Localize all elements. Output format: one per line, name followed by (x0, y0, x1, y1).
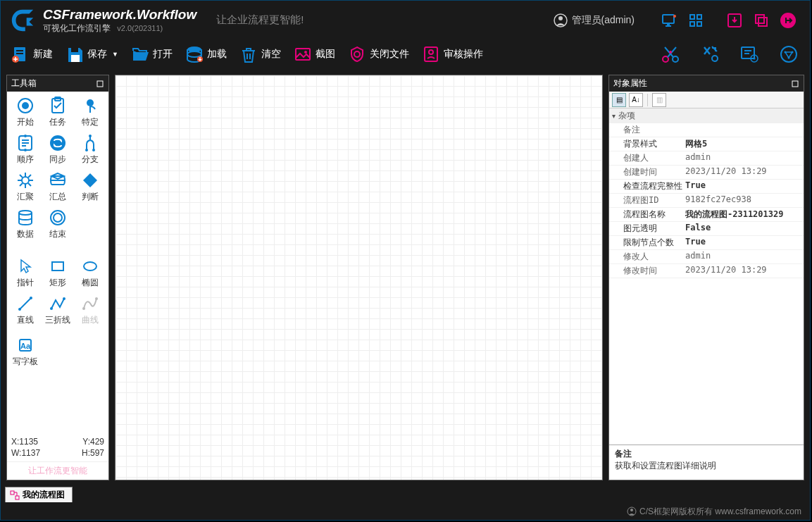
svg-point-61 (95, 297, 98, 300)
svg-point-27 (673, 56, 678, 62)
svg-point-57 (30, 297, 32, 299)
tool-settings-button[interactable] (699, 44, 720, 65)
close-file-button[interactable]: 关闭文件 (348, 45, 409, 63)
screenshot-button[interactable]: 截图 (294, 45, 335, 63)
screenshot-icon (294, 45, 312, 63)
svg-rect-2 (663, 15, 674, 23)
tool-icon (81, 97, 99, 115)
document-tabs: 我的流程图 (1, 486, 810, 503)
categorize-button[interactable]: ▤ (612, 93, 626, 107)
tool-icon (81, 134, 99, 152)
tool-分支[interactable]: 分支 (75, 132, 106, 168)
svg-point-44 (24, 135, 27, 137)
workflow-canvas[interactable] (115, 75, 603, 480)
svg-point-58 (50, 307, 53, 310)
load-icon (185, 45, 204, 63)
load-button[interactable]: 加载 (185, 45, 227, 63)
property-row[interactable]: 流程图名称我的流程图-2311201329 (609, 208, 804, 222)
category-header[interactable]: ▾杂项 (609, 108, 804, 123)
svg-rect-64 (792, 81, 798, 87)
header-exit-button[interactable] (780, 12, 797, 29)
app-subtitle: 可视化工作流引擎 v2.0(202311) (43, 23, 196, 33)
svg-point-59 (63, 297, 65, 300)
tool-直线[interactable]: 直线 (10, 292, 41, 328)
save-button[interactable]: 保存 ▼ (65, 45, 118, 63)
svg-point-25 (429, 50, 433, 54)
property-row[interactable]: 修改人admin (609, 250, 804, 264)
property-row[interactable]: 创建时间2023/11/20 13:29 (609, 166, 804, 180)
tool-判断[interactable]: 判断 (75, 169, 106, 205)
tool-指针[interactable]: 指针 (10, 255, 41, 291)
toolbox-footer: 让工作流更智能 (7, 461, 108, 480)
property-row[interactable]: 修改时间2023/11/20 13:29 (609, 264, 804, 278)
status-bar: C/S框架网版权所有 www.csframework.com (1, 503, 810, 520)
tool-椭圆[interactable]: 椭圆 (75, 255, 106, 291)
tool-cut-button[interactable] (660, 44, 681, 65)
property-row[interactable]: 背景样式网格5 (609, 137, 804, 151)
svg-rect-66 (15, 496, 19, 499)
property-row[interactable]: 流程图ID9182fc27ec938 (609, 194, 804, 208)
tool-曲线[interactable]: 曲线 (75, 292, 106, 328)
tool-icon (49, 257, 67, 275)
header-apps-button[interactable] (687, 12, 704, 29)
property-row[interactable]: 创建人admin (609, 151, 804, 166)
user-info[interactable]: 管理员(admin) (554, 13, 635, 27)
property-pages-button[interactable]: ▥ (652, 93, 666, 107)
property-row[interactable]: 检查流程完整性True (609, 180, 804, 194)
tool-任务[interactable]: 任务 (42, 94, 73, 130)
tool-矩形[interactable]: 矩形 (42, 255, 73, 291)
tool-汇总[interactable]: 汇总 (42, 169, 73, 205)
svg-point-22 (304, 51, 307, 54)
document-tab[interactable]: 我的流程图 (5, 487, 73, 502)
property-row[interactable]: 备注 (609, 123, 804, 137)
open-button[interactable]: 打开 (131, 45, 173, 63)
tool-icon (49, 97, 67, 115)
tool-icon (16, 97, 35, 115)
tool-config-button[interactable] (739, 44, 760, 65)
svg-point-29 (712, 56, 718, 61)
audit-button[interactable]: 审核操作 (422, 45, 483, 63)
property-row[interactable]: 限制节点个数True (609, 236, 804, 250)
tool-开始[interactable]: 开始 (10, 94, 41, 130)
new-button[interactable]: 新建 (11, 45, 53, 63)
pin-icon[interactable] (791, 80, 799, 88)
tool-特定[interactable]: 特定 (75, 94, 106, 130)
tool-component-button[interactable] (778, 44, 799, 65)
tool-写字板[interactable]: Aa写字板 (10, 334, 41, 370)
svg-rect-7 (697, 22, 701, 26)
clear-button[interactable]: 清空 (239, 45, 281, 63)
svg-point-45 (24, 149, 27, 151)
main-toolbar: 新建 保存 ▼ 打开 加载 清空 截图 关闭文件 审核操作 (1, 39, 810, 69)
tool-同步[interactable]: 同步 (42, 132, 73, 168)
svg-rect-16 (71, 48, 78, 52)
tool-icon (81, 294, 99, 313)
properties-toolbar: ▤ A↓ ▥ (609, 92, 804, 108)
tool-汇聚[interactable]: 汇聚 (10, 169, 41, 205)
header-copy-button[interactable] (753, 12, 770, 29)
user-icon (554, 13, 568, 27)
svg-rect-17 (71, 55, 80, 62)
tool-顺序[interactable]: 顺序 (10, 132, 41, 168)
svg-rect-4 (690, 15, 694, 19)
property-row[interactable]: 图元透明False (609, 222, 804, 236)
svg-rect-13 (16, 50, 23, 51)
app-logo-icon (9, 7, 36, 34)
properties-panel: 对象属性 ▤ A↓ ▥ ▾杂项 备注背景样式网格5创建人admin创建时间202… (608, 75, 804, 480)
svg-rect-21 (296, 49, 310, 60)
svg-point-55 (84, 262, 96, 271)
toolbox-panel: 工具箱 开始任务特定顺序同步分支汇聚汇总判断数据结束 指针矩形椭圆直线三折线曲线… (6, 75, 109, 480)
header-monitor-button[interactable] (661, 12, 677, 29)
svg-point-68 (630, 509, 633, 511)
tool-数据[interactable]: 数据 (10, 206, 41, 242)
property-description: 备注 获取和设置流程图详细说明 (609, 445, 804, 480)
svg-point-26 (663, 56, 668, 62)
svg-point-50 (22, 177, 29, 184)
pin-icon[interactable] (96, 80, 104, 88)
svg-point-56 (18, 308, 21, 311)
tool-结束[interactable]: 结束 (42, 206, 73, 242)
header-download-button[interactable] (726, 12, 743, 29)
sort-az-button[interactable]: A↓ (629, 93, 643, 107)
tool-icon (81, 257, 99, 275)
tool-三折线[interactable]: 三折线 (42, 292, 73, 328)
svg-point-47 (89, 135, 92, 137)
